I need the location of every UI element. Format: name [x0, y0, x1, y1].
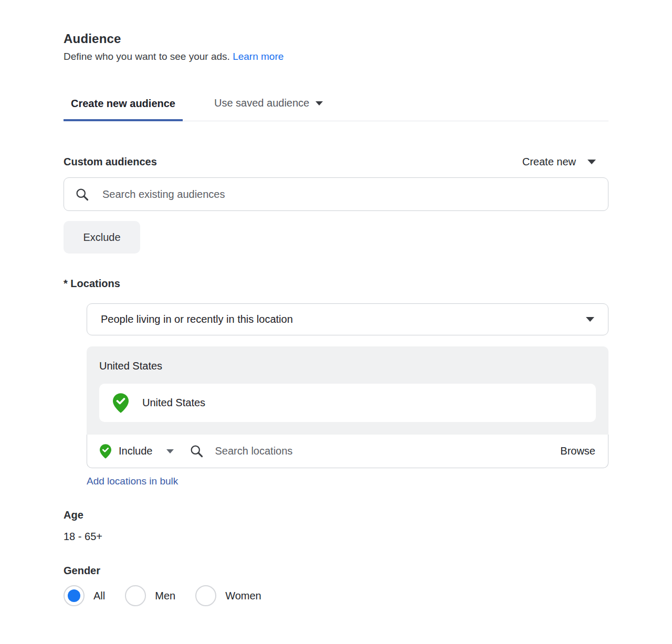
- tab-label: Create new audience: [71, 98, 175, 110]
- search-audiences-input[interactable]: [102, 188, 597, 200]
- subtitle-text: Define who you want to see your ads.: [64, 51, 230, 62]
- location-group-header: United States: [99, 360, 596, 372]
- gender-label: Gender: [64, 565, 608, 577]
- create-new-dropdown[interactable]: Create new: [522, 156, 608, 168]
- search-icon: [75, 187, 89, 202]
- page-title: Audience: [64, 31, 608, 46]
- locations-label-text: Locations: [70, 278, 120, 289]
- gender-radio-women[interactable]: Women: [195, 585, 261, 606]
- custom-audiences-header: Custom audiences Create new: [64, 156, 608, 168]
- selected-location-card[interactable]: United States: [99, 384, 596, 422]
- custom-audiences-label: Custom audiences: [64, 156, 157, 168]
- tab-create-new-audience[interactable]: Create new audience: [64, 98, 183, 121]
- search-icon: [190, 444, 204, 458]
- age-label: Age: [64, 509, 608, 521]
- gender-radio-all[interactable]: All: [64, 585, 105, 606]
- include-dropdown[interactable]: Include: [100, 444, 174, 459]
- include-label: Include: [119, 445, 153, 457]
- location-mode-value: People living in or recently in this loc…: [101, 313, 293, 325]
- gender-radio-men[interactable]: Men: [125, 585, 175, 606]
- add-locations-in-bulk-link[interactable]: Add locations in bulk: [87, 476, 178, 487]
- radio-icon: [195, 585, 216, 606]
- location-mode-dropdown[interactable]: People living in or recently in this loc…: [87, 303, 608, 335]
- caret-down-icon: [316, 101, 323, 105]
- learn-more-link[interactable]: Learn more: [233, 51, 284, 62]
- audience-section: Audience Define who you want to see your…: [64, 0, 608, 606]
- exclude-button[interactable]: Exclude: [64, 221, 140, 254]
- page-subtitle: Define who you want to see your ads. Lea…: [64, 51, 608, 62]
- location-include-row: Include Browse: [87, 435, 608, 468]
- tab-use-saved-audience[interactable]: Use saved audience: [207, 97, 330, 121]
- required-marker: *: [64, 278, 68, 289]
- gender-options: All Men Women: [64, 585, 608, 606]
- radio-label: All: [93, 590, 105, 602]
- locations-panel: United States United States Include: [87, 346, 608, 468]
- locations-panel-selected: United States United States: [87, 346, 608, 435]
- age-value: 18 - 65+: [64, 531, 608, 543]
- browse-button[interactable]: Browse: [560, 445, 595, 457]
- tab-label: Use saved audience: [214, 97, 309, 109]
- radio-label: Women: [225, 590, 261, 602]
- locations-label: * Locations: [64, 278, 608, 290]
- radio-label: Men: [155, 590, 175, 602]
- radio-icon: [125, 585, 146, 606]
- audience-tabs: Create new audience Use saved audience: [64, 97, 608, 121]
- location-pin-icon: [100, 444, 111, 459]
- audience-search-box: [64, 177, 608, 211]
- caret-down-icon: [587, 160, 596, 164]
- selected-location-name: United States: [142, 397, 205, 409]
- caret-down-icon: [586, 317, 594, 322]
- create-new-label: Create new: [522, 156, 576, 168]
- radio-icon: [64, 585, 85, 606]
- search-locations-input[interactable]: [215, 445, 561, 457]
- location-pin-icon: [113, 393, 129, 413]
- caret-down-icon: [166, 449, 174, 453]
